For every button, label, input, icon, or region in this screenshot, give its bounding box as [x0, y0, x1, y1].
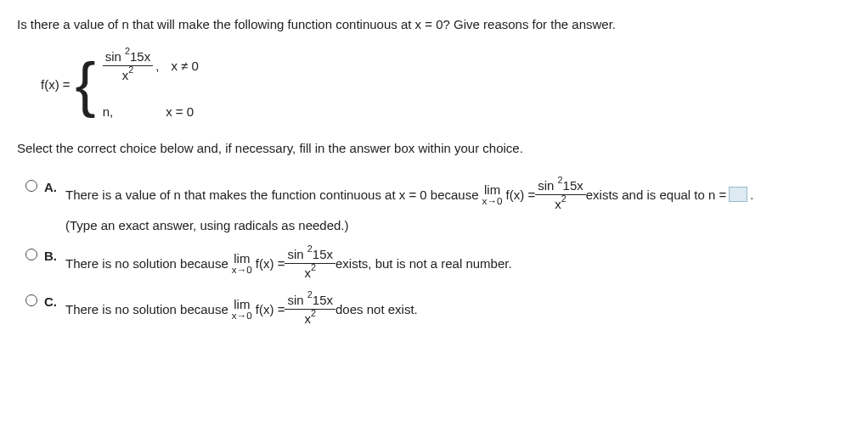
answer-input-a[interactable]	[729, 187, 747, 202]
choice-a: A. There is a value of n that makes the …	[25, 177, 851, 234]
arg-15x: 15x	[130, 49, 150, 64]
n-label: n,	[103, 103, 114, 120]
case-2: n, x = 0	[103, 103, 199, 120]
choice-a-hint: (Type an exact answer, using radicals as…	[65, 216, 851, 234]
lim-label: lim	[484, 183, 500, 196]
choice-c-text: There is no solution because lim x→0 f(x…	[65, 292, 851, 326]
choice-c: C. There is no solution because lim x→0 …	[25, 292, 851, 326]
function-definition: f(x) = { sin 215x x2 , x ≠ 0 n, x = 0	[41, 48, 851, 120]
radio-a[interactable]	[25, 180, 37, 192]
lim-sub: x→0	[482, 196, 503, 206]
cond-xeq0: x = 0	[166, 103, 194, 120]
sin-label: sin	[105, 49, 121, 64]
comma: ,	[155, 57, 159, 75]
radio-c[interactable]	[25, 294, 37, 306]
radio-b[interactable]	[25, 249, 37, 260]
fx-label: f(x) =	[41, 76, 70, 93]
exp-2-den: 2	[128, 64, 133, 75]
instruction-text: Select the correct choice below and, if …	[17, 139, 851, 157]
choice-a-label: A.	[44, 178, 57, 196]
choice-b: B. There is no solution because lim x→0 …	[25, 246, 851, 280]
case-1: sin 215x x2 , x ≠ 0	[103, 48, 199, 82]
choice-a-text: There is a value of n that makes the fun…	[65, 177, 851, 211]
choice-b-text: There is no solution because lim x→0 f(x…	[65, 246, 851, 280]
left-brace: {	[76, 57, 96, 112]
cond-xne0: x ≠ 0	[171, 57, 198, 75]
choice-c-label: C.	[44, 293, 57, 311]
question-text: Is there a value of n that will make the…	[17, 15, 851, 33]
exp-2: 2	[125, 46, 130, 56]
choice-b-label: B.	[44, 247, 57, 265]
choices-container: A. There is a value of n that makes the …	[17, 177, 851, 326]
